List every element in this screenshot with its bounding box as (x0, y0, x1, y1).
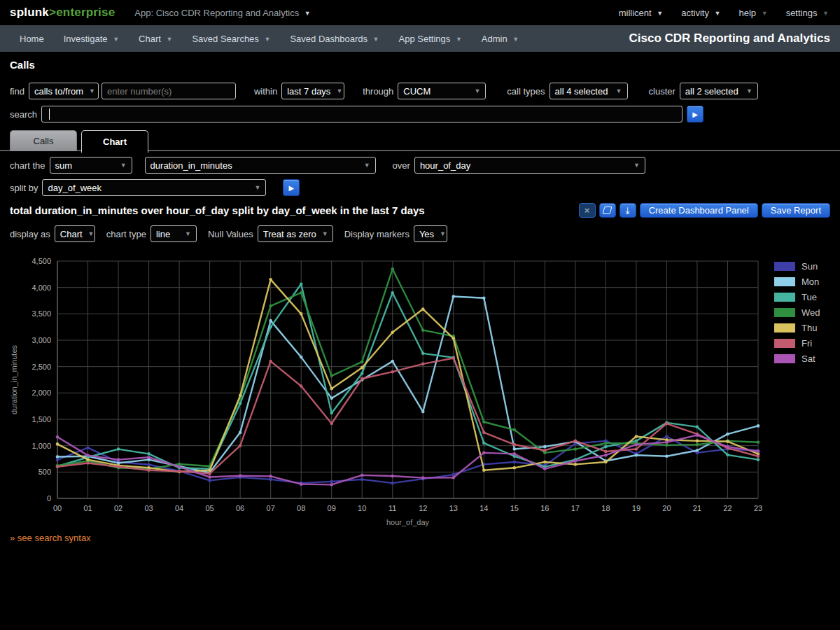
save-report-button[interactable]: Save Report (762, 203, 830, 218)
legend-item-thu[interactable]: Thu (774, 320, 820, 335)
svg-text:3,500: 3,500 (31, 309, 51, 318)
chevron-down-icon: ▼ (113, 36, 119, 43)
legend-swatch (774, 262, 795, 271)
svg-text:4,000: 4,000 (31, 284, 51, 292)
download-button[interactable]: ⤓ (620, 203, 636, 218)
download-icon: ⤓ (626, 205, 630, 216)
svg-text:1,500: 1,500 (31, 415, 51, 424)
legend-label: Tue (802, 292, 817, 302)
nav-item-chart[interactable]: Chart ▼ (129, 34, 182, 44)
display-as-select[interactable]: Chart▼ (55, 225, 95, 242)
aggregation-value: sum (55, 160, 73, 171)
splunk-logo[interactable]: splunk>enterprise (10, 6, 115, 20)
logo-gt-text: > (49, 6, 56, 19)
through-select[interactable]: CUCM▼ (398, 83, 486, 99)
svg-text:09: 09 (328, 504, 336, 512)
nav-item-saved-searches[interactable]: Saved Searches ▼ (182, 34, 280, 44)
svg-text:05: 05 (205, 504, 214, 512)
legend-item-sat[interactable]: Sat (774, 351, 820, 366)
within-select[interactable]: last 7 days▼ (281, 83, 344, 99)
find-direction-select[interactable]: calls to/from▼ (29, 83, 99, 99)
see-search-syntax-link[interactable]: » see search syntax (10, 533, 91, 543)
chart-type-select[interactable]: line▼ (150, 225, 197, 242)
aggregation-select[interactable]: sum▼ (50, 157, 132, 174)
call-types-select[interactable]: all 4 selected▼ (550, 83, 628, 99)
svg-text:03: 03 (144, 504, 153, 512)
chevron-down-icon: ▼ (440, 230, 446, 237)
field-select[interactable]: duration_in_minutes▼ (145, 157, 376, 174)
cluster-select[interactable]: all 2 selected▼ (680, 83, 758, 99)
page-title: Calls (10, 59, 35, 71)
search-go-button[interactable]: ▶ (687, 106, 704, 122)
call-types-value: all 4 selected (555, 86, 608, 97)
nav-item-home[interactable]: Home (10, 34, 54, 44)
svg-text:06: 06 (236, 504, 244, 512)
nav-item-admin[interactable]: Admin ▼ (472, 34, 528, 44)
svg-text:1,000: 1,000 (31, 442, 51, 450)
legend-item-wed[interactable]: Wed (774, 304, 820, 320)
chevron-down-icon: ▼ (120, 162, 127, 169)
svg-text:01: 01 (83, 504, 92, 512)
close-button[interactable]: × (579, 203, 596, 218)
chevron-down-icon: ▼ (264, 36, 270, 43)
report-title-row: total duration_in_minutes over hour_of_d… (10, 203, 830, 218)
chevron-down-icon: ▼ (373, 36, 379, 43)
call-filter-row: find calls to/from▼ within last 7 days▼ … (10, 83, 758, 99)
display-markers-select[interactable]: Yes▼ (414, 225, 447, 242)
field-value: duration_in_minutes (150, 160, 232, 171)
search-input[interactable] (41, 106, 682, 122)
svg-text:duration_in_minutes: duration_in_minutes (10, 344, 18, 414)
chevron-down-icon: ▼ (89, 88, 95, 94)
topbar-menu-activity[interactable]: activity ▼ (681, 8, 720, 18)
nav-item-saved-dashboards[interactable]: Saved Dashboards ▼ (280, 34, 388, 44)
null-values-select[interactable]: Treat as zero▼ (258, 225, 333, 242)
create-dashboard-panel-button[interactable]: Create Dashboard Panel (640, 203, 758, 218)
legend-item-tue[interactable]: Tue (774, 289, 820, 304)
svg-text:20: 20 (662, 504, 671, 512)
text-cursor (49, 108, 50, 120)
search-row: search ▶ (10, 106, 704, 122)
legend-swatch (774, 354, 795, 363)
chevron-down-icon: ▼ (304, 10, 311, 17)
within-value: last 7 days (287, 86, 330, 97)
report-title: total duration_in_minutes over hour_of_d… (10, 204, 425, 216)
export-button[interactable] (599, 203, 616, 218)
split-by-select[interactable]: day_of_week▼ (42, 179, 266, 196)
run-chart-button[interactable]: ▶ (283, 179, 300, 196)
legend-item-fri[interactable]: Fri (774, 335, 820, 351)
chart-type-label: chart type (106, 229, 146, 239)
topbar-menu-millicent[interactable]: millicent ▼ (619, 8, 664, 18)
svg-text:2,000: 2,000 (31, 388, 51, 397)
close-icon: × (584, 205, 590, 216)
logo-product-text: enterprise (56, 6, 115, 19)
top-bar: splunk>enterprise App: Cisco CDR Reporti… (0, 0, 840, 25)
play-icon: ▶ (289, 184, 295, 192)
topbar-menu-settings[interactable]: settings ▼ (786, 8, 829, 18)
chevron-down-icon: ▼ (822, 10, 829, 17)
nav-item-investigate[interactable]: Investigate ▼ (54, 34, 129, 44)
chevron-down-icon: ▼ (715, 10, 721, 17)
chart-legend: SunMonTueWedThuFriSat (774, 258, 820, 366)
report-action-buttons: × ⤓ Create Dashboard Panel Save Report (579, 203, 830, 218)
through-value: CUCM (403, 86, 430, 97)
over-select[interactable]: hour_of_day▼ (414, 157, 645, 174)
svg-text:02: 02 (114, 504, 122, 512)
topbar-menu-help[interactable]: help ▼ (739, 8, 768, 18)
logo-splunk-text: splunk (10, 6, 49, 19)
app-nav-bar: HomeInvestigate ▼Chart ▼Saved Searches ▼… (0, 25, 840, 52)
svg-text:11: 11 (388, 504, 396, 512)
split-by-row: split by day_of_week▼ ▶ (10, 179, 300, 196)
nav-item-app-settings[interactable]: App Settings ▼ (389, 34, 472, 44)
legend-item-mon[interactable]: Mon (774, 274, 820, 289)
app-switcher-menu[interactable]: App: Cisco CDR Reporting and Analytics ▼ (134, 8, 310, 18)
number-input[interactable] (102, 83, 236, 99)
legend-item-sun[interactable]: Sun (774, 258, 820, 274)
chevron-down-icon: ▼ (167, 36, 173, 43)
chevron-down-icon: ▼ (255, 184, 261, 191)
tab-calls[interactable]: Calls (10, 130, 77, 151)
app-title: Cisco CDR Reporting and Analytics (629, 31, 830, 46)
nav-item-label: Investigate (64, 34, 108, 44)
topbar-menu-label: activity (681, 8, 709, 18)
svg-text:14: 14 (479, 504, 488, 512)
tab-chart[interactable]: Chart (81, 130, 148, 153)
